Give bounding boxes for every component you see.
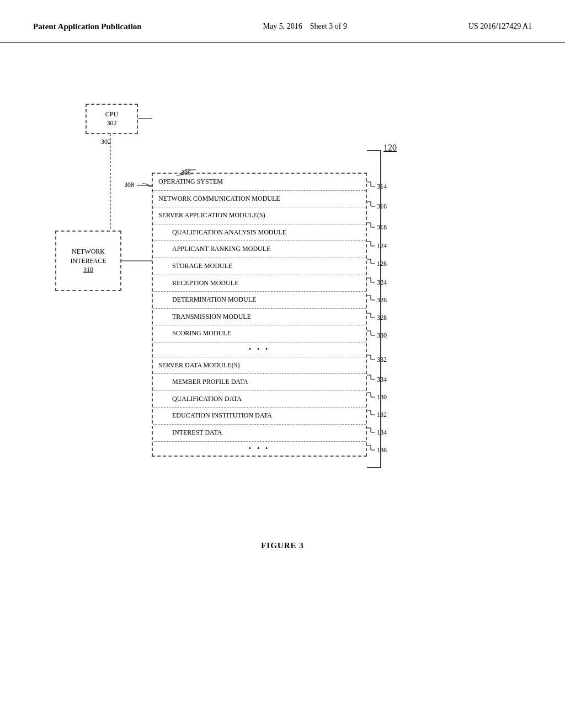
svg-text:132: 132 [377,411,387,419]
publication-title: Patent Application Publication [33,22,142,31]
module-dots-2: • • • [153,442,366,456]
cpu-box: CPU 302 [86,104,138,134]
server-container: OPERATING SYSTEM NETWORK COMMUNICATION M… [152,173,367,457]
module-operating-system: OPERATING SYSTEM [153,174,366,191]
module-interest-data: INTEREST DATA [153,425,366,442]
module-server-application: SERVER APPLICATION MODULE(S) [153,207,366,224]
svg-text:318: 318 [377,223,387,231]
diagram-area: 314 316 318 124 126 324 326 328 330 332 … [0,60,565,600]
module-network-communication: NETWORK COMMUNICATION MODULE [153,191,366,208]
module-scoring: SCORING MODULE [153,325,366,342]
sheet-info: Sheet 3 of 9 [310,22,347,30]
svg-text:332: 332 [377,356,387,363]
svg-text:120: 120 [383,143,397,152]
svg-text:334: 334 [377,376,387,383]
publication-date: May 5, 2016 [263,22,302,30]
module-transmission: TRANSMISSION MODULE [153,309,366,326]
module-storage: STORAGE MODULE [153,258,366,275]
svg-text:326: 326 [377,296,387,304]
svg-text:130: 130 [377,393,387,401]
network-ref: 310 [83,266,93,274]
module-dots-1: • • • [153,342,366,357]
module-reception: RECEPTION MODULE [153,275,366,292]
label-308: 308 [124,181,134,189]
module-applicant-ranking: APPLICANT RANKING MODULE [153,241,366,258]
page-header: Patent Application Publication May 5, 20… [0,0,565,43]
svg-text:316: 316 [377,202,387,210]
module-member-profile: MEMBER PROFILE DATA [153,374,366,391]
label-302: 302 [101,138,111,146]
network-interface-label: NETWORKINTERFACE 310 [70,247,106,275]
svg-text:136: 136 [377,446,387,454]
svg-text:126: 126 [377,260,387,267]
patent-number: US 2016/127429 A1 [468,22,532,31]
header-center: May 5, 2016 Sheet 3 of 9 [263,22,347,31]
svg-text:324: 324 [377,279,387,286]
svg-text:124: 124 [377,242,387,250]
network-interface-box: NETWORKINTERFACE 310 [55,231,121,291]
cpu-label: CPU [105,110,118,119]
module-education-institution: EDUCATION INSTITUTION DATA [153,408,366,425]
module-qualification-analysis: QUALIFICATION ANALYSIS MODULE [153,224,366,242]
module-determination: DETERMINATION MODULE [153,292,366,309]
svg-text:134: 134 [377,429,387,436]
module-qualification-data: QUALIFICATION DATA [153,391,366,408]
module-server-data: SERVER DATA MODULE(S) [153,357,366,374]
svg-text:314: 314 [377,183,387,190]
svg-text:330: 330 [377,331,387,339]
figure-label: FIGURE 3 [261,541,304,550]
cpu-ref: 302 [107,119,117,128]
svg-text:328: 328 [377,314,387,322]
